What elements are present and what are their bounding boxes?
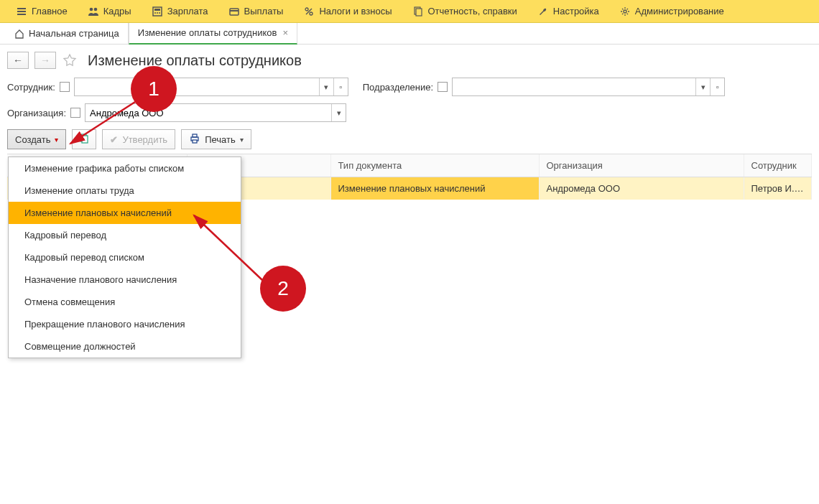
approve-button[interactable]: ✔ Утвердить — [102, 129, 175, 149]
filter-department: Подразделение: ▾ ▫ — [363, 78, 725, 96]
dropdown-item[interactable]: Изменение оплаты труда — [9, 179, 241, 202]
menu-item-main[interactable]: Главное — [6, 0, 78, 23]
printer-icon — [189, 133, 200, 146]
svg-point-1 — [93, 7, 97, 11]
dropdown-item[interactable]: Изменение плановых начислений — [9, 202, 241, 224]
dropdown-item[interactable]: Кадровый перевод списком — [9, 246, 241, 269]
tab-label: Изменение оплаты сотрудников — [138, 27, 277, 38]
svg-rect-2 — [153, 7, 162, 16]
approve-label: Утвердить — [122, 134, 167, 145]
tab-start-page[interactable]: Начальная страница — [6, 23, 129, 45]
svg-rect-19 — [193, 140, 197, 143]
org-field[interactable]: ▾ — [85, 103, 346, 122]
cell-emp: Петров И.С., Раб — [744, 177, 812, 200]
department-field[interactable]: ▾ ▫ — [452, 78, 725, 96]
chevron-down-icon[interactable]: ▾ — [695, 78, 710, 95]
menu-label: Выплаты — [244, 6, 284, 17]
chevron-down-icon[interactable]: ▾ — [331, 104, 346, 121]
cell-type: Изменение плановых начислений — [330, 177, 539, 200]
menu-label: Главное — [32, 6, 68, 17]
action-toolbar: Создать ▾ ✔ Утвердить Печать ▾ — [7, 129, 812, 149]
department-input[interactable] — [453, 78, 695, 95]
dropdown-item[interactable]: Назначение планового начисления — [9, 269, 241, 291]
nav-back-button[interactable]: ← — [7, 52, 29, 69]
svg-rect-18 — [193, 134, 197, 137]
menu-item-vyplaty[interactable]: Выплаты — [218, 0, 294, 23]
menu-item-nastroyka[interactable]: Настройка — [527, 0, 609, 23]
print-button[interactable]: Печать ▾ — [181, 129, 251, 149]
employee-label: Сотрудник: — [7, 82, 55, 93]
menu-item-zarplata[interactable]: Зарплата — [142, 0, 218, 23]
check-icon: ✔ — [110, 134, 118, 145]
main-menubar: Главное Кадры Зарплата Выплаты Налоги и … — [0, 0, 819, 23]
employee-field[interactable]: ▾ ▫ — [74, 78, 348, 96]
menu-item-otchet[interactable]: Отчетность, справки — [402, 0, 527, 23]
tab-bar: Начальная страница Изменение оплаты сотр… — [0, 23, 819, 45]
wrench-icon — [537, 6, 549, 17]
copy-button[interactable] — [72, 129, 96, 149]
menu-item-kadry[interactable]: Кадры — [78, 0, 142, 23]
header-row: ← → Изменение оплаты сотрудников — [7, 52, 812, 69]
menu-label: Налоги и взносы — [319, 6, 392, 17]
calculator-icon — [152, 6, 163, 17]
svg-point-14 — [624, 10, 626, 13]
caret-down-icon: ▾ — [240, 136, 244, 144]
org-input[interactable] — [85, 104, 331, 121]
employee-input[interactable] — [75, 78, 319, 95]
tab-label: Начальная страница — [29, 28, 119, 39]
chevron-down-icon[interactable]: ▾ — [319, 78, 333, 95]
favorite-star-icon[interactable] — [62, 52, 78, 68]
annotation-circle-1: 1 — [131, 66, 177, 112]
create-dropdown: Изменение графика работы списком Изменен… — [8, 157, 241, 358]
documents-icon — [412, 6, 424, 17]
menu-item-admin[interactable]: Администрирование — [609, 0, 734, 23]
percent-icon — [303, 6, 315, 17]
col-org[interactable]: Организация — [539, 154, 744, 177]
caret-down-icon: ▾ — [55, 136, 58, 144]
hamburger-icon — [16, 6, 27, 17]
org-label: Организация: — [7, 108, 66, 118]
filter-org: Организация: ▾ — [7, 103, 346, 122]
svg-rect-8 — [230, 10, 239, 11]
filter-row-1: Сотрудник: ▾ ▫ Подразделение: ▾ ▫ — [7, 78, 812, 96]
employee-checkbox[interactable] — [60, 82, 70, 92]
tab-change-payment[interactable]: Изменение оплаты сотрудников × — [129, 23, 297, 45]
create-label: Создать — [15, 134, 50, 145]
dropdown-item[interactable]: Прекращение планового начисления — [9, 313, 241, 335]
department-checkbox[interactable] — [438, 82, 448, 92]
svg-rect-13 — [416, 9, 422, 16]
open-dialog-icon[interactable]: ▫ — [710, 78, 724, 95]
col-type[interactable]: Тип документа — [330, 154, 539, 177]
dropdown-item[interactable]: Отмена совмещения — [9, 291, 241, 313]
people-icon — [88, 6, 99, 17]
annotation-number: 1 — [148, 78, 159, 101]
dropdown-item[interactable]: Кадровый перевод — [9, 224, 241, 246]
col-employee[interactable]: Сотрудник — [744, 154, 812, 177]
menu-item-nalogi[interactable]: Налоги и взносы — [293, 0, 402, 23]
cell-org: Андромеда ООО — [539, 177, 744, 200]
menu-label: Настройка — [553, 6, 599, 17]
svg-point-9 — [305, 8, 308, 11]
dropdown-item[interactable]: Изменение графика работы списком — [9, 157, 241, 179]
annotation-circle-2: 2 — [260, 266, 306, 312]
open-dialog-icon[interactable]: ▫ — [333, 78, 348, 95]
svg-point-4 — [154, 12, 156, 14]
svg-rect-3 — [154, 9, 160, 11]
close-icon[interactable]: × — [282, 27, 288, 38]
org-checkbox[interactable] — [70, 108, 80, 118]
svg-point-5 — [157, 12, 158, 14]
department-label: Подразделение: — [363, 82, 433, 93]
svg-line-11 — [306, 9, 312, 14]
menu-label: Администрирование — [635, 6, 724, 17]
svg-rect-7 — [230, 9, 239, 15]
gear-icon — [619, 6, 631, 17]
create-button[interactable]: Создать ▾ — [7, 129, 66, 149]
copy-icon — [78, 133, 90, 146]
menu-label: Отчетность, справки — [428, 6, 517, 17]
home-icon — [14, 29, 24, 39]
svg-point-10 — [310, 12, 313, 15]
dropdown-item[interactable]: Совмещение должностей — [9, 335, 241, 358]
nav-forward-button[interactable]: → — [34, 52, 56, 69]
filter-employee: Сотрудник: ▾ ▫ — [7, 78, 348, 96]
svg-point-6 — [159, 12, 160, 14]
